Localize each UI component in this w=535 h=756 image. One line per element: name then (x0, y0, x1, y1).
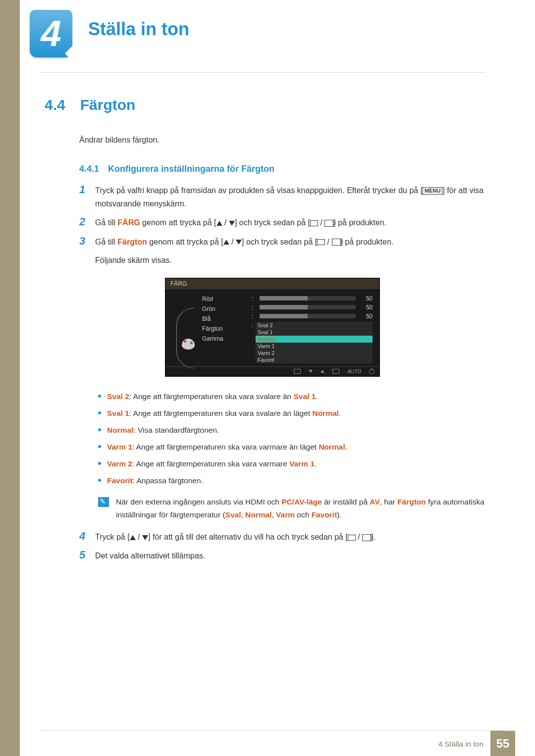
bullet-dot-icon (98, 395, 101, 398)
slider-red: :50 (252, 294, 373, 303)
step-5: 5 Det valda alternativet tillämpas. (79, 549, 500, 562)
display-icon (310, 220, 318, 226)
down-arrow-icon (229, 221, 235, 226)
section-number: 4.4 (45, 97, 65, 113)
osd-item-gamma: Gamma (202, 334, 247, 344)
bullet-normal: Normal: Visa standardfärgtonen. (98, 424, 500, 436)
step-list-cont: 4 Tryck på [ / ] för att gå till det alt… (79, 530, 500, 562)
step-4: 4 Tryck på [ / ] för att gå till det alt… (79, 530, 500, 544)
step-3: 3 Gå till Färgton genom att trycka på [ … (79, 235, 500, 267)
osd-foot-up-icon (321, 370, 324, 373)
bullet-dot-icon (98, 462, 101, 465)
note-pencil-icon (98, 497, 109, 507)
osd-foot-box-icon (294, 369, 301, 374)
keyword-fargton: Färgton (117, 238, 147, 246)
menu-button-icon: MENU (423, 187, 442, 195)
chapter-number: 4 (30, 10, 72, 57)
opt-varm1: Varm 1 (256, 343, 373, 350)
section-intro: Ändrar bildens färgton. (79, 134, 500, 146)
osd-menu: Röd Grön Blå Färgton Gamma (202, 294, 247, 363)
down-arrow-icon (142, 535, 148, 540)
osd-title: FÄRG (165, 278, 379, 289)
note-text: När den externa ingången ansluts via HDM… (116, 496, 500, 521)
osd-body: Röd Grön Blå Färgton Gamma :50 :50 :50 :… (165, 289, 379, 366)
osd-foot-power-icon (369, 369, 374, 374)
osd-item-red: Röd (202, 294, 247, 304)
step-followup: Följande skärm visas. (95, 253, 500, 267)
opt-sval1: Sval 1 (256, 329, 373, 336)
step-number: 1 (79, 183, 88, 196)
page-footer: 4 Ställa in ton 55 (0, 730, 535, 756)
source-icon (332, 239, 341, 246)
display-icon (317, 239, 325, 245)
step-text: Gå till Färgton genom att trycka på [ / … (95, 235, 500, 267)
step-number: 2 (79, 215, 88, 228)
bullet-dot-icon (98, 428, 101, 431)
chapter-title: Ställa in ton (72, 10, 189, 40)
bullet-varm2: Varm 2: Ange att färgtemperaturen ska va… (98, 458, 500, 470)
osd-options: :Sval 2 Sval 1 Normal Varm 1 Varm 2 Favo… (252, 322, 373, 363)
slider-blue: :50 (252, 312, 373, 321)
bullet-list: Sval 2: Ange att färgtemperaturen ska va… (98, 391, 500, 487)
up-arrow-icon (130, 535, 136, 540)
bullet-dot-icon (98, 411, 101, 414)
down-arrow-icon (236, 240, 242, 245)
osd-values: :50 :50 :50 :Sval 2 Sval 1 Normal Varm 1… (252, 294, 373, 363)
step-text: Gå till FÄRG genom att trycka på [ / ] o… (95, 216, 500, 229)
page: 4 Ställa in ton 4.4 Färgton Ändrar bilde… (0, 0, 535, 756)
up-arrow-icon (216, 221, 222, 226)
bullet-dot-icon (98, 479, 101, 482)
bullet-favorit: Favorit: Anpassa färgtonen. (98, 475, 500, 487)
osd-item-blue: Blå (202, 314, 247, 324)
subsection-title: Konfigurera inställningarna för Färgton (108, 164, 274, 174)
step-1: 1 Tryck på valfri knapp på framsidan av … (79, 183, 500, 210)
section-heading: 4.4 Färgton (45, 97, 500, 113)
opt-favorit: Favorit (256, 356, 373, 363)
step-2: 2 Gå till FÄRG genom att trycka på [ / ]… (79, 215, 500, 229)
osd-decor (172, 294, 197, 363)
section-title: Färgton (80, 97, 136, 113)
keyword-farg: FÄRG (117, 218, 140, 227)
osd-footer: AUTO (165, 366, 379, 376)
bullet-sval1: Sval 1: Ange att färgtemperaturen ska va… (98, 407, 500, 419)
osd-foot-down-icon (309, 370, 313, 373)
page-number-badge: 55 (490, 731, 515, 756)
bullet-sval2: Sval 2: Ange att färgtemperaturen ska va… (98, 391, 500, 403)
opt-sval2: Sval 2 (256, 322, 373, 329)
osd-foot-enter-icon (332, 369, 339, 374)
source-icon (324, 220, 333, 227)
slider-green: :50 (252, 303, 373, 312)
palette-icon (182, 339, 195, 350)
chapter-header: 4 Ställa in ton (0, 0, 535, 57)
subsection-heading: 4.4.1 Konfigurera inställningarna för Fä… (79, 164, 500, 174)
chapter-number-badge: 4 (30, 10, 72, 57)
step-list: 1 Tryck på valfri knapp på framsidan av … (79, 183, 500, 267)
step-number: 3 (79, 235, 88, 248)
footer-chapter-ref: 4 Ställa in ton (438, 740, 483, 748)
step-number: 4 (79, 530, 88, 543)
source-icon (362, 534, 371, 541)
content: 4.4 Färgton Ändrar bildens färgton. 4.4.… (0, 73, 500, 563)
bullet-varm1: Varm 1: Ange att färgtemperaturen ska va… (98, 441, 500, 453)
step-number: 5 (79, 549, 88, 561)
osd-foot-auto: AUTO (347, 369, 361, 374)
arc-icon (176, 308, 194, 368)
step-text: Tryck på valfri knapp på framsidan av pr… (95, 184, 500, 210)
opt-varm2: Varm 2 (256, 350, 373, 356)
bullet-dot-icon (98, 445, 101, 448)
osd-item-tone: Färgton (202, 324, 247, 334)
up-arrow-icon (223, 240, 229, 245)
osd-item-green: Grön (202, 304, 247, 314)
opt-normal-selected: Normal (256, 336, 373, 343)
display-icon (348, 535, 356, 541)
osd-panel: FÄRG Röd Grön Blå Färgton Gamma :50 :50 … (165, 278, 380, 377)
subsection-number: 4.4.1 (79, 164, 99, 174)
info-note: När den externa ingången ansluts via HDM… (98, 496, 500, 521)
step-text: Tryck på [ / ] för att gå till det alter… (95, 530, 500, 544)
step-text: Det valda alternativet tillämpas. (95, 549, 500, 562)
